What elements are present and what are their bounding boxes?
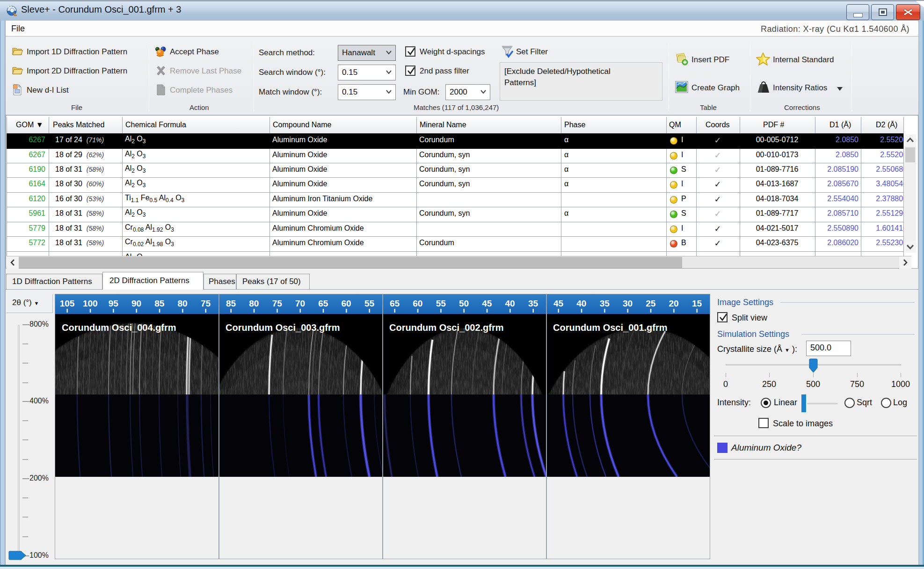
svg-text:15: 15: [692, 299, 702, 308]
svg-text:75: 75: [272, 299, 283, 308]
svg-text:95: 95: [109, 299, 119, 308]
svg-text:80: 80: [249, 299, 259, 308]
svg-text:Corundum Osci_004.gfrm: Corundum Osci_004.gfrm: [62, 322, 176, 333]
svg-text:85: 85: [226, 299, 236, 308]
svg-text:40: 40: [505, 299, 515, 308]
svg-text:65: 65: [390, 299, 400, 308]
svg-text:105: 105: [60, 299, 75, 308]
svg-text:35: 35: [528, 299, 538, 308]
svg-text:20: 20: [669, 299, 679, 308]
svg-text:60: 60: [413, 299, 422, 308]
svg-text:45: 45: [482, 299, 492, 308]
svg-text:Corundum Osci_001.gfrm: Corundum Osci_001.gfrm: [553, 322, 668, 333]
svg-text:40: 40: [576, 299, 586, 308]
svg-text:100: 100: [83, 299, 98, 308]
svg-text:75: 75: [201, 299, 211, 308]
svg-text:55: 55: [436, 299, 446, 308]
svg-text:90: 90: [131, 299, 141, 308]
svg-text:70: 70: [295, 299, 305, 308]
svg-text:50: 50: [459, 299, 469, 308]
svg-text:80: 80: [178, 299, 188, 308]
svg-text:45: 45: [553, 299, 564, 308]
svg-text:60: 60: [342, 299, 351, 308]
svg-text:Corundum Osci_003.gfrm: Corundum Osci_003.gfrm: [226, 322, 340, 333]
svg-text:85: 85: [154, 299, 165, 308]
svg-text:25: 25: [646, 299, 656, 308]
svg-text:35: 35: [600, 299, 610, 308]
svg-text:Corundum Osci_002.gfrm: Corundum Osci_002.gfrm: [389, 322, 504, 333]
svg-text:55: 55: [364, 299, 375, 308]
svg-text:30: 30: [623, 299, 633, 308]
svg-text:65: 65: [318, 299, 328, 308]
